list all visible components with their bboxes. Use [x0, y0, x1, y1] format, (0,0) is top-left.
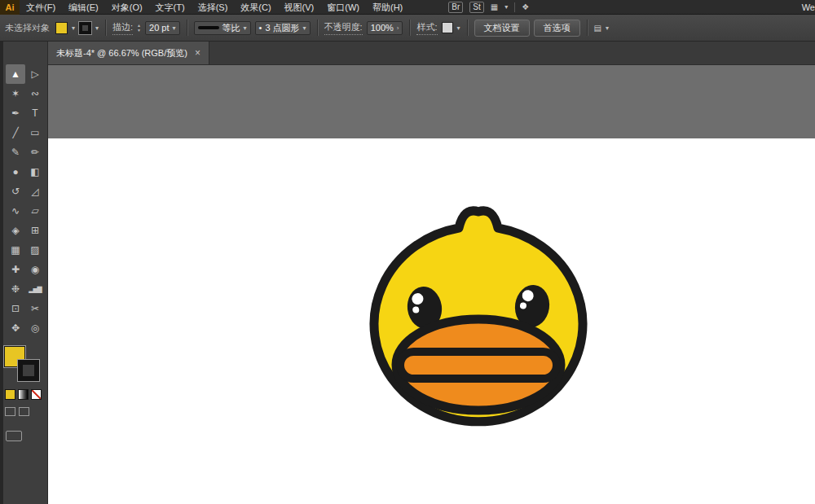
chevron-down-icon[interactable]: ▾	[244, 24, 247, 32]
menubar-separator	[514, 2, 515, 12]
eyedropper-tool[interactable]: ✚	[6, 260, 25, 279]
direct-selection-tool[interactable]: ▷	[25, 64, 45, 84]
menu-help[interactable]: 帮助(H)	[366, 0, 409, 15]
stepper-up-icon[interactable]: ▲	[137, 24, 141, 28]
control-bar: 未选择对象 ▾ ▾ 描边: ▲ ▼ 20 pt ▾ 等比 ▾ • 3 点圆形 ▾…	[0, 15, 815, 42]
type-tool[interactable]: T	[25, 103, 45, 123]
pen-tool[interactable]: ✒	[6, 103, 25, 123]
workspace-name-partial[interactable]: We	[802, 2, 815, 12]
document-tab-bar: 未标题-4* @ 66.67% (RGB/预览) ×	[48, 42, 815, 65]
stock-button[interactable]: St	[469, 2, 483, 13]
brush-definition-dropdown[interactable]: • 3 点圆形 ▾	[255, 21, 311, 35]
menu-effect[interactable]: 效果(C)	[234, 0, 277, 15]
column-graph-tool[interactable]: ▂▅▇	[25, 279, 45, 299]
draw-mode-buttons	[5, 407, 29, 416]
stroke-panel-link[interactable]: 描边:	[112, 21, 133, 35]
menu-object[interactable]: 对象(O)	[105, 0, 149, 15]
separator	[587, 20, 588, 36]
lasso-tool[interactable]: ∾	[25, 84, 45, 103]
hand-tool[interactable]: ✥	[6, 318, 25, 338]
symbol-sprayer-tool[interactable]: ❉	[6, 279, 25, 299]
opacity-value: 100%	[371, 23, 394, 33]
pasteboard	[48, 65, 815, 504]
pencil-tool[interactable]: ✏	[25, 142, 45, 162]
duck-artwork[interactable]	[348, 202, 609, 446]
mesh-tool[interactable]: ▦	[6, 240, 25, 260]
bridge-button[interactable]: Br	[448, 2, 463, 13]
brush-preview-dot: •	[259, 23, 262, 33]
document-tab[interactable]: 未标题-4* @ 66.67% (RGB/预览) ×	[48, 42, 209, 64]
stroke-weight-stepper[interactable]: ▲ ▼	[137, 24, 141, 33]
draw-normal-icon[interactable]	[5, 407, 15, 416]
style-panel-link[interactable]: 样式:	[416, 21, 437, 35]
color-mode-buttons	[5, 389, 42, 400]
style-chevron-down-icon[interactable]: ▾	[457, 24, 460, 32]
magic-wand-tool[interactable]: ✶	[6, 84, 25, 103]
services-icon[interactable]: ❖	[522, 2, 529, 11]
separator	[467, 20, 468, 36]
menubar: Ai 文件(F) 编辑(E) 对象(O) 文字(T) 选择(S) 效果(C) 视…	[0, 0, 815, 15]
control-panel-menu-icon[interactable]: ▤	[594, 24, 601, 33]
fill-chevron-down-icon[interactable]: ▾	[72, 24, 75, 32]
screen-mode-icon[interactable]	[6, 431, 22, 441]
selection-tool[interactable]: ▲	[6, 64, 25, 84]
fill-stroke-swatches	[4, 346, 42, 383]
opacity-panel-link[interactable]: 不透明度:	[324, 21, 363, 35]
width-tool[interactable]: ∿	[6, 201, 25, 221]
menu-view[interactable]: 视图(V)	[278, 0, 321, 15]
menu-file[interactable]: 文件(F)	[20, 0, 62, 15]
document-tab-title: 未标题-4* @ 66.67% (RGB/预览)	[56, 47, 187, 59]
draw-behind-icon[interactable]	[19, 407, 29, 416]
slice-tool[interactable]: ✂	[25, 299, 45, 318]
duck-mouth	[400, 352, 557, 379]
chevron-down-icon: ▾	[504, 3, 508, 11]
document-setup-button[interactable]: 文档设置	[474, 20, 530, 37]
menu-window[interactable]: 窗口(W)	[320, 0, 366, 15]
chevron-down-icon[interactable]: ▾	[606, 24, 609, 32]
stroke-weight-field[interactable]: 20 pt ▾	[145, 21, 179, 35]
style-swatch[interactable]	[442, 22, 453, 33]
workspace-switcher-icon[interactable]: ▦	[491, 2, 498, 11]
gradient-tool[interactable]: ▨	[25, 240, 45, 260]
width-profile-value: 等比	[222, 22, 240, 34]
tab-close-icon[interactable]: ×	[195, 47, 200, 59]
fill-color-swatch[interactable]	[55, 22, 68, 34]
menu-select[interactable]: 选择(S)	[192, 0, 235, 15]
paintbrush-tool[interactable]: ✎	[6, 142, 25, 162]
menubar-right-cluster: Br St ▦ ▾ ❖	[448, 2, 529, 13]
eraser-tool[interactable]: ◧	[25, 162, 45, 182]
perspective-grid-tool[interactable]: ⊞	[25, 221, 45, 240]
stepper-down-icon[interactable]: ▼	[137, 28, 141, 33]
menu-edit[interactable]: 编辑(E)	[62, 0, 105, 15]
shape-builder-tool[interactable]: ◈	[6, 221, 25, 240]
toolbar-stroke-swatch[interactable]	[18, 360, 39, 381]
gradient-button[interactable]	[18, 389, 29, 400]
preferences-button[interactable]: 首选项	[534, 20, 580, 37]
artboard-tool[interactable]: ⊡	[6, 299, 25, 318]
scale-tool[interactable]: ◿	[25, 182, 45, 201]
chevron-down-icon[interactable]: ▾	[173, 24, 176, 32]
stroke-weight-value: 20 pt	[149, 23, 169, 33]
app-logo: Ai	[0, 0, 20, 15]
line-segment-tool[interactable]: ╱	[6, 123, 25, 142]
blend-tool[interactable]: ◉	[25, 260, 45, 279]
none-button[interactable]	[31, 389, 42, 400]
selection-status: 未选择对象	[5, 22, 50, 34]
zoom-tool[interactable]: ◎	[25, 318, 45, 338]
separator	[105, 20, 106, 36]
brush-definition-value: 3 点圆形	[265, 22, 299, 34]
blob-brush-tool[interactable]: ●	[6, 162, 25, 182]
width-profile-dropdown[interactable]: 等比 ▾	[194, 21, 251, 35]
illustrator-window: Ai 文件(F) 编辑(E) 对象(O) 文字(T) 选择(S) 效果(C) 视…	[0, 0, 815, 504]
opacity-field[interactable]: 100% ›	[367, 21, 403, 35]
color-button[interactable]	[5, 389, 15, 400]
stroke-chevron-down-icon[interactable]: ▾	[95, 24, 99, 32]
free-transform-tool[interactable]: ▱	[25, 201, 45, 221]
menu-type[interactable]: 文字(T)	[149, 0, 192, 15]
chevron-down-icon[interactable]: ▾	[303, 24, 306, 32]
rotate-tool[interactable]: ↺	[6, 182, 25, 201]
tools-grid: ▲ ▷ ✶ ∾ ✒ T ╱ ▭ ✎ ✏ ● ◧ ↺ ◿ ∿ ▱ ◈ ⊞ ▦ ▨ …	[6, 64, 45, 338]
stroke-color-swatch[interactable]	[79, 22, 91, 34]
rectangle-tool[interactable]: ▭	[25, 123, 45, 142]
opacity-flyout-icon[interactable]: ›	[397, 24, 399, 32]
